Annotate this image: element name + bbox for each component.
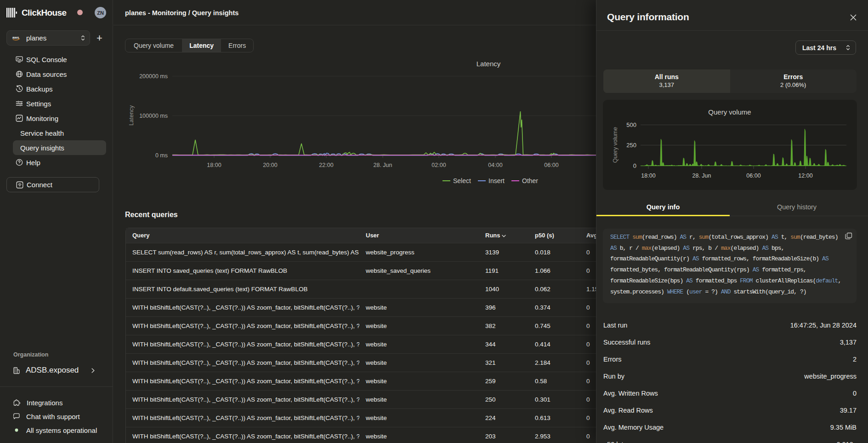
svg-text:250: 250 bbox=[626, 142, 636, 149]
svg-text:Select: Select bbox=[453, 177, 471, 184]
svg-text:28. Jun: 28. Jun bbox=[373, 162, 392, 168]
svg-text:Latency: Latency bbox=[477, 60, 501, 68]
svg-text:18:00: 18:00 bbox=[641, 173, 655, 179]
svg-text:18:00: 18:00 bbox=[207, 162, 221, 168]
svg-text:22:00: 22:00 bbox=[319, 162, 333, 168]
svg-text:06:00: 06:00 bbox=[746, 173, 760, 179]
svg-text:12:00: 12:00 bbox=[798, 173, 812, 179]
svg-text:0 ms: 0 ms bbox=[155, 152, 168, 159]
svg-text:100000 ms: 100000 ms bbox=[139, 113, 168, 119]
svg-text:200000 ms: 200000 ms bbox=[139, 73, 168, 80]
svg-text:500: 500 bbox=[626, 121, 636, 128]
svg-text:Other: Other bbox=[522, 177, 538, 184]
svg-text:28. Jun: 28. Jun bbox=[692, 173, 711, 179]
svg-text:Query volume: Query volume bbox=[708, 108, 751, 116]
svg-text:20:00: 20:00 bbox=[263, 162, 277, 168]
svg-text:aws: aws bbox=[12, 35, 19, 39]
svg-text:04:00: 04:00 bbox=[488, 162, 502, 168]
svg-text:02:00: 02:00 bbox=[431, 162, 446, 168]
svg-text:Query volume: Query volume bbox=[612, 127, 618, 163]
svg-text:06:00: 06:00 bbox=[544, 162, 558, 168]
svg-text:Insert: Insert bbox=[488, 177, 505, 184]
svg-text:Latency: Latency bbox=[128, 105, 135, 126]
svg-text:0: 0 bbox=[633, 162, 636, 169]
